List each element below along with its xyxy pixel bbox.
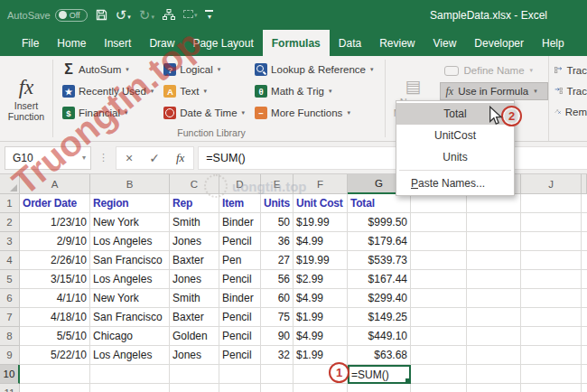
- cell-i4[interactable]: [467, 251, 521, 270]
- column-header-e[interactable]: E: [261, 174, 294, 194]
- cell-k7[interactable]: [582, 308, 587, 327]
- cell-e2[interactable]: 50: [261, 213, 294, 232]
- row-header-7[interactable]: 7: [0, 308, 20, 327]
- cell-k3[interactable]: [582, 232, 587, 251]
- cell-a9[interactable]: 5/22/10: [20, 346, 90, 365]
- cell-g2[interactable]: $999.50: [348, 213, 411, 232]
- cell-f7[interactable]: $1.99: [294, 308, 348, 327]
- cell-c1[interactable]: Rep: [170, 194, 219, 213]
- undo-dropdown-icon[interactable]: ▾: [127, 14, 131, 22]
- cell-e3[interactable]: 36: [261, 232, 294, 251]
- cell-e10[interactable]: [261, 365, 294, 384]
- cell-g3[interactable]: $179.64: [348, 232, 411, 251]
- cell-d9[interactable]: Pencil: [219, 346, 261, 365]
- cell-b1[interactable]: Region: [90, 194, 170, 213]
- cell-i3[interactable]: [467, 232, 521, 251]
- cell-b3[interactable]: Los Angeles: [90, 232, 170, 251]
- cell-h10[interactable]: [411, 365, 467, 384]
- cell-i1[interactable]: [467, 194, 521, 213]
- cell-d11[interactable]: [219, 384, 261, 392]
- tab-formulas[interactable]: Formulas: [263, 30, 330, 56]
- cell-k2[interactable]: [582, 213, 587, 232]
- cell-k11[interactable]: [582, 384, 587, 392]
- customize-quick-access-icon[interactable]: ▾: [205, 10, 213, 21]
- cell-d2[interactable]: Binder: [219, 213, 261, 232]
- column-header-a[interactable]: A: [20, 174, 90, 194]
- ribbon-button-more-functions[interactable]: −More Functions▾: [253, 104, 375, 122]
- formula-input[interactable]: =SUM(): [198, 146, 587, 170]
- cell-f2[interactable]: $19.99: [294, 213, 348, 232]
- cell-k4[interactable]: [582, 251, 587, 270]
- cell-b7[interactable]: San Francisco: [90, 308, 170, 327]
- cell-e9[interactable]: 32: [261, 346, 294, 365]
- cell-h3[interactable]: [411, 232, 467, 251]
- tab-draw[interactable]: Draw: [140, 30, 183, 56]
- cell-c5[interactable]: Jones: [170, 270, 219, 289]
- row-header-2[interactable]: 2: [0, 213, 20, 232]
- row-header-1[interactable]: 1: [0, 194, 20, 213]
- auditing-button-0[interactable]: Trac: [554, 61, 587, 79]
- cell-f5[interactable]: $2.99: [294, 270, 348, 289]
- cell-g8[interactable]: $449.10: [348, 327, 411, 346]
- tab-insert[interactable]: Insert: [95, 30, 140, 56]
- cell-k8[interactable]: [582, 327, 587, 346]
- cell-i6[interactable]: [467, 289, 521, 308]
- tab-developer[interactable]: Developer: [465, 30, 533, 56]
- cell-j11[interactable]: [521, 384, 582, 392]
- cell-h2[interactable]: [411, 213, 467, 232]
- cell-a6[interactable]: 4/1/10: [20, 289, 90, 308]
- formula-bar-resizer[interactable]: ⋮: [95, 152, 112, 163]
- ribbon-button-financial[interactable]: $Financial▾: [61, 104, 155, 122]
- tab-data[interactable]: Data: [330, 30, 370, 56]
- cell-j8[interactable]: [521, 327, 582, 346]
- cell-e11[interactable]: [261, 384, 294, 392]
- tab-home[interactable]: Home: [48, 30, 95, 56]
- cell-j10[interactable]: [521, 365, 582, 384]
- row-header-3[interactable]: 3: [0, 232, 20, 251]
- cell-c8[interactable]: Golden: [170, 327, 219, 346]
- cell-i5[interactable]: [467, 270, 521, 289]
- cell-f4[interactable]: $19.99: [294, 251, 348, 270]
- undo-icon[interactable]: ↺▾: [116, 8, 131, 22]
- cell-j1[interactable]: [521, 194, 582, 213]
- fill-handle[interactable]: [405, 378, 410, 383]
- cell-i11[interactable]: [467, 384, 521, 392]
- cell-b2[interactable]: New York: [90, 213, 170, 232]
- cell-a3[interactable]: 2/9/10: [20, 232, 90, 251]
- cell-a4[interactable]: 2/26/10: [20, 251, 90, 270]
- cell-a8[interactable]: 5/5/10: [20, 327, 90, 346]
- column-header-c[interactable]: C: [170, 174, 219, 194]
- cell-k6[interactable]: [582, 289, 587, 308]
- use-in-formula-button[interactable]: fx Use in Formula ▾: [440, 82, 548, 100]
- cell-f8[interactable]: $4.99: [294, 327, 348, 346]
- cell-c4[interactable]: Baxter: [170, 251, 219, 270]
- cancel-icon[interactable]: ×: [126, 151, 133, 165]
- row-header-10[interactable]: 10: [0, 365, 20, 384]
- cell-b9[interactable]: Los Angeles: [90, 346, 170, 365]
- tab-view[interactable]: View: [424, 30, 466, 56]
- cell-g11[interactable]: [348, 384, 411, 392]
- autosave-toggle[interactable]: Off: [55, 9, 88, 22]
- insert-function-fx-icon[interactable]: fx: [176, 151, 184, 165]
- cell-h1[interactable]: [411, 194, 467, 213]
- cell-g4[interactable]: $539.73: [348, 251, 411, 270]
- cell-a7[interactable]: 4/18/10: [20, 308, 90, 327]
- ribbon-button-autosum[interactable]: ΣAutoSum▾: [61, 61, 155, 79]
- save-icon[interactable]: [96, 9, 107, 21]
- select-all-corner[interactable]: [0, 174, 20, 194]
- cell-d3[interactable]: Pencil: [219, 232, 261, 251]
- cell-b4[interactable]: San Francisco: [90, 251, 170, 270]
- tab-review[interactable]: Review: [370, 30, 424, 56]
- cell-d7[interactable]: Pencil: [219, 308, 261, 327]
- menu-item-unitcost[interactable]: UnitCost: [396, 125, 514, 146]
- ribbon-button-logical[interactable]: ?Logical▾: [162, 61, 247, 79]
- cell-d10[interactable]: [219, 365, 261, 384]
- cell-c2[interactable]: Smith: [170, 213, 219, 232]
- cell-g5[interactable]: $167.44: [348, 270, 411, 289]
- cell-j4[interactable]: [521, 251, 582, 270]
- name-box[interactable]: G10 ▾: [5, 146, 91, 170]
- ribbon-button-lookup-reference[interactable]: Lookup & Reference▾: [253, 61, 375, 79]
- row-header-6[interactable]: 6: [0, 289, 20, 308]
- cell-c10[interactable]: [170, 365, 219, 384]
- cell-g7[interactable]: $149.25: [348, 308, 411, 327]
